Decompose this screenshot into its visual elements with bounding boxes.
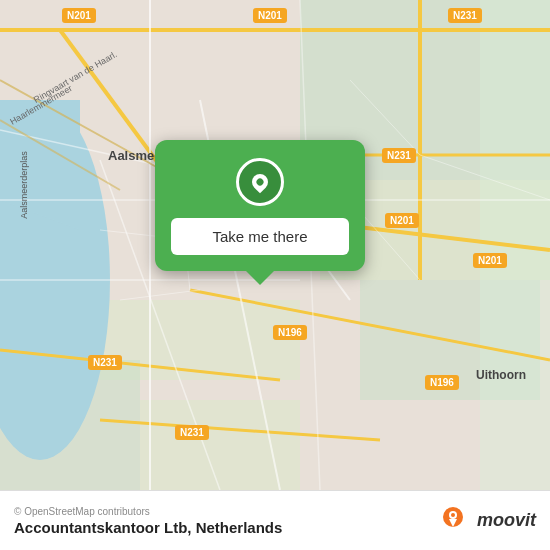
- moovit-logo: moovit: [441, 505, 536, 537]
- road-label-n201-far-right: N201: [473, 253, 507, 268]
- moovit-text-label: moovit: [477, 510, 536, 531]
- svg-point-39: [451, 513, 455, 517]
- osm-credit: © OpenStreetMap contributors: [14, 506, 282, 517]
- road-label-n231-mid-right: N231: [382, 148, 416, 163]
- place-name: Accountantskantoor Ltb, Netherlands: [14, 519, 282, 536]
- svg-rect-6: [140, 400, 300, 490]
- road-label-n201-mid-right: N201: [385, 213, 419, 228]
- pin-icon: [249, 171, 272, 194]
- bottom-left-info: © OpenStreetMap contributors Accountants…: [14, 506, 282, 536]
- road-label-n201-top-center: N201: [253, 8, 287, 23]
- road-label-n201-top-left: N201: [62, 8, 96, 23]
- popup-card: Take me there: [155, 140, 365, 271]
- uithoorn-label: Uithoorn: [476, 368, 526, 382]
- moovit-logo-icon: [441, 505, 473, 537]
- take-me-there-button[interactable]: Take me there: [171, 218, 349, 255]
- road-label-n231-top-right: N231: [448, 8, 482, 23]
- road-label-n231-bottom-left: N231: [88, 355, 122, 370]
- road-label-n196-center: N196: [273, 325, 307, 340]
- map-container: N201 N201 N231 N231 N201 N201 N196 N196 …: [0, 0, 550, 490]
- bottom-bar: © OpenStreetMap contributors Accountants…: [0, 490, 550, 550]
- location-pin: [236, 158, 284, 206]
- aalsmeerderplas-label: Aalsmeerderplas: [19, 151, 29, 219]
- road-label-n196-right: N196: [425, 375, 459, 390]
- road-label-n231-bottom: N231: [175, 425, 209, 440]
